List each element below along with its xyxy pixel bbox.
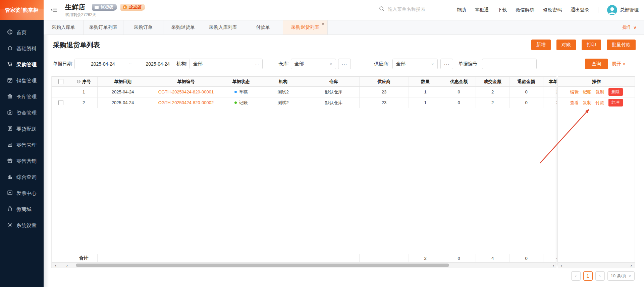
edit-link[interactable]: 编辑 xyxy=(570,89,579,95)
area-chart-icon xyxy=(7,142,13,148)
user-menu[interactable]: 总部管理 xyxy=(607,5,639,15)
query-button[interactable]: 查询 xyxy=(585,59,608,69)
footer-qty-total: 2 xyxy=(409,254,442,262)
close-tab-icon[interactable]: × xyxy=(322,22,324,26)
row-checkbox[interactable] xyxy=(58,100,63,105)
header-qty: 数量 xyxy=(409,77,442,86)
docno-input[interactable] xyxy=(482,59,537,69)
date-range-picker[interactable]: 2025-04-24 ~ 2025-04-24 xyxy=(74,59,191,69)
header-current: 本单 xyxy=(543,77,556,86)
more-ellipsis-icon[interactable]: ··· xyxy=(255,62,259,66)
grid-footer-row: 合计 2 0 4 0 4 xyxy=(52,254,556,263)
scrollbar-thumb[interactable] xyxy=(76,264,449,267)
sidebar-item-mall[interactable]: 微商城 xyxy=(0,201,44,217)
header-operations: 操作 xyxy=(558,76,635,87)
scroll-right-icon[interactable]: › xyxy=(629,263,634,268)
trial-version-badge[interactable]: 试用版 xyxy=(92,4,117,11)
tab-purchase-order[interactable]: 采购订单 xyxy=(123,20,163,34)
tab-purchase-inbound[interactable]: 采购入库单 xyxy=(44,20,84,34)
row-current: 2 xyxy=(543,87,556,97)
current-page-button[interactable]: 1 xyxy=(583,271,593,281)
warehouse-more-button[interactable]: ··· xyxy=(338,59,351,69)
sidebar-item-settings[interactable]: 系统设置 xyxy=(0,217,44,233)
org-select[interactable]: 全部 ··· xyxy=(190,59,263,69)
menu-search-input[interactable] xyxy=(387,5,454,13)
zhangguitong-link[interactable]: 掌柜通 xyxy=(475,7,489,13)
table-row: 1 2025-04-24 CGTH-20250424-820-00001 草稿 … xyxy=(52,87,556,97)
help-link[interactable]: 帮助 xyxy=(457,7,466,13)
sidebar-item-base-data[interactable]: 基础资料 xyxy=(0,41,44,57)
sidebar-item-query[interactable]: 综合查询 xyxy=(0,169,44,185)
sidebar-item-home[interactable]: 首页 xyxy=(0,24,44,41)
topbar-links: 帮助 掌柜通 下载 微信解绑 修改密码 退出登录 总部管理 xyxy=(457,0,639,20)
row-operations: 查看 复制 付款 红冲 xyxy=(558,97,635,108)
bar-chart-icon xyxy=(7,174,13,181)
chevron-down-icon: ∨ xyxy=(628,274,631,278)
prev-page-button[interactable]: ‹ xyxy=(571,271,581,281)
doc-number-link[interactable]: CGTH-20250424-820-00002 xyxy=(158,100,214,105)
sidebar-item-sales[interactable]: 销售管理 xyxy=(0,73,44,89)
sidebar-item-funds[interactable]: 资金管理 xyxy=(0,105,44,121)
page-size-select[interactable]: 10 条/页 ∨ xyxy=(607,271,635,281)
tab-purchase-order-list[interactable]: 采购订单列表 xyxy=(84,20,123,34)
tab-purchase-return-list-active[interactable]: 采购退货列表 × xyxy=(283,20,328,34)
copy-link[interactable]: 复制 xyxy=(596,89,604,95)
scroll-left-icon[interactable]: ‹ xyxy=(53,263,58,268)
footer-discount-total: 0 xyxy=(442,254,476,262)
logout-link[interactable]: 退出登录 xyxy=(571,7,589,13)
reverse-button[interactable]: 红冲 xyxy=(608,99,623,106)
doc-number-link[interactable]: CGTH-20250424-820-00001 xyxy=(158,89,214,94)
change-password-link[interactable]: 修改密码 xyxy=(543,7,562,13)
docno-filter-label: 单据编号: xyxy=(459,61,479,67)
warehouse-select[interactable]: 全部 ∨ xyxy=(291,59,336,69)
sidebar-item-retail[interactable]: 零售管理 xyxy=(0,137,44,153)
date-to[interactable]: 2025-04-24 xyxy=(133,61,182,67)
supplier-select[interactable]: 全部 ∨ xyxy=(392,59,438,69)
scroll-left-icon[interactable]: ‹ xyxy=(559,263,564,268)
tab-purchase-inbound-list[interactable]: 采购入库列表 xyxy=(203,20,243,34)
tab-operations-menu[interactable]: 操作 ∨ xyxy=(623,20,644,34)
supplier-more-button[interactable]: ··· xyxy=(440,59,453,69)
copy-link[interactable]: 复制 xyxy=(583,100,592,106)
reconcile-button[interactable]: 对账 xyxy=(556,40,576,50)
scroll-right-icon[interactable]: › xyxy=(64,263,70,268)
horizontal-scrollbar: ‹ › xyxy=(558,263,635,268)
scroll-right-icon[interactable]: › xyxy=(551,263,556,268)
wechat-unbind-link[interactable]: 微信解绑 xyxy=(516,7,534,13)
expand-filters-link[interactable]: 展开 ∨ xyxy=(612,61,626,67)
sidebar-item-invoice[interactable]: 发票中心 xyxy=(0,185,44,201)
date-from[interactable]: 2025-04-24 xyxy=(78,61,127,67)
select-all-checkbox[interactable] xyxy=(58,79,63,84)
download-link[interactable]: 下载 xyxy=(497,7,507,13)
sidebar-item-purchase[interactable]: 采购管理 xyxy=(0,57,44,73)
brand-logo[interactable]: 管家婆®熊掌柜 xyxy=(0,0,44,20)
pay-link[interactable]: 付款 xyxy=(596,100,604,106)
collapse-sidebar-icon[interactable] xyxy=(51,7,57,14)
tab-payment-order[interactable]: 付款单 xyxy=(243,20,283,34)
sidebar-item-marketing[interactable]: 零售营销 xyxy=(0,153,44,169)
tab-purchase-return[interactable]: 采购退货单 xyxy=(163,20,203,34)
view-link[interactable]: 查看 xyxy=(570,100,579,106)
chevron-down-icon: ∨ xyxy=(431,62,434,66)
batch-payment-button[interactable]: 批量付款 xyxy=(607,40,636,50)
header-select-all xyxy=(52,77,70,86)
delete-button[interactable]: 删除 xyxy=(608,88,623,96)
next-page-button[interactable]: › xyxy=(595,271,605,281)
print-button[interactable]: 打印 xyxy=(582,40,601,50)
header-discount: 优惠金额 xyxy=(442,77,476,86)
row-qty: 1 xyxy=(409,87,442,97)
divider xyxy=(598,7,598,13)
trial-remaining-text: 试用剩余27262天 xyxy=(65,12,96,18)
sidebar: 管家婆®熊掌柜 首页 基础资料 采购管理 销售管理 仓库管理 资金管理 要货 xyxy=(0,0,44,287)
column-settings-gear-icon[interactable] xyxy=(76,79,81,84)
row-deal: 2 xyxy=(476,97,509,108)
enterprise-version-badge[interactable]: ★ 企业版 xyxy=(120,4,146,11)
sidebar-item-delivery[interactable]: 要货配送 xyxy=(0,121,44,137)
table-row: 2 2025-04-24 CGTH-20250424-820-00002 记账 … xyxy=(52,97,556,108)
post-link[interactable]: 记账 xyxy=(583,89,592,95)
list-icon xyxy=(7,126,13,132)
add-button[interactable]: 新增 xyxy=(531,40,551,50)
chevron-down-icon: ∨ xyxy=(329,62,332,66)
operations-column: 操作 编辑 记账 复制 删除 查看 复制 付款 红冲 ‹ › xyxy=(558,76,635,268)
sidebar-item-warehouse[interactable]: 仓库管理 xyxy=(0,89,44,105)
